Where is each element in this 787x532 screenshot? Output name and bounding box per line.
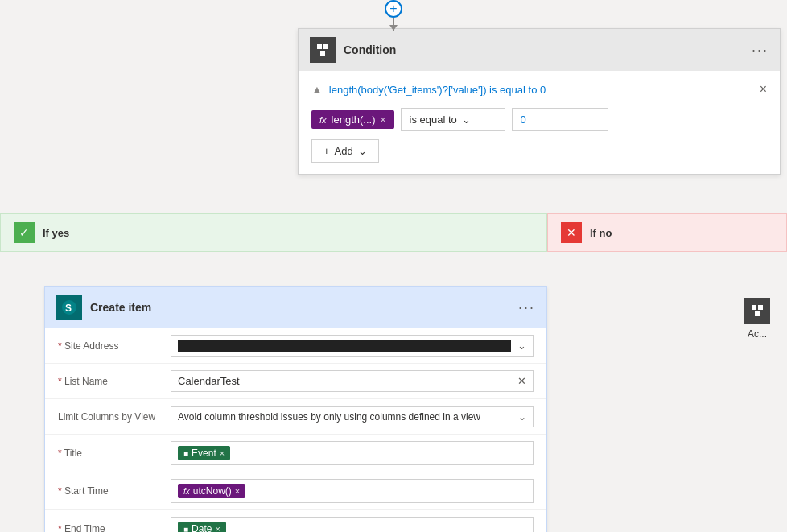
start-time-label: Start Time xyxy=(58,485,171,497)
svg-text:S: S xyxy=(65,303,72,314)
end-time-row: End Time ■ Date × xyxy=(45,510,546,532)
add-plus-icon: + xyxy=(323,145,330,157)
title-chip-label: Event xyxy=(192,447,216,459)
start-time-chip: fx utcNow() × xyxy=(178,484,245,498)
condition-more-options[interactable]: ··· xyxy=(752,42,768,59)
title-chip-remove[interactable]: × xyxy=(220,448,225,458)
fx-chip-label: length(...) xyxy=(332,113,376,126)
svg-rect-7 xyxy=(755,311,760,316)
right-action-icon xyxy=(744,298,770,324)
branch-yes: ✓ If yes xyxy=(0,213,547,252)
create-item-body: Site Address ⌄ List Name CalendarTest ✕ … xyxy=(45,328,546,532)
limit-columns-label: Limit Columns by View xyxy=(58,411,171,423)
branch-yes-label: If yes xyxy=(43,227,69,239)
site-address-label: Site Address xyxy=(58,340,171,352)
condition-header-left: Condition xyxy=(310,37,396,63)
svg-rect-2 xyxy=(320,51,325,56)
condition-expression-text: length(body('Get_items')?['value']) is e… xyxy=(329,84,753,96)
value-input[interactable] xyxy=(512,108,608,131)
add-step-button[interactable]: + xyxy=(385,0,402,18)
svg-rect-1 xyxy=(323,44,328,49)
operator-label: is equal to xyxy=(410,113,457,126)
no-x-icon: ✕ xyxy=(561,222,582,243)
operator-dropdown-arrow: ⌄ xyxy=(462,113,471,126)
yes-check-icon: ✓ xyxy=(14,222,35,243)
fx-chip[interactable]: fx length(...) × xyxy=(311,110,394,129)
title-chip: ■ Event × xyxy=(178,446,230,460)
condition-expression-row: ▲ length(body('Get_items')?['value']) is… xyxy=(311,82,767,97)
site-address-row: Site Address ⌄ xyxy=(45,328,546,364)
end-time-input[interactable]: ■ Date × xyxy=(171,517,534,532)
end-time-chip-remove[interactable]: × xyxy=(215,524,220,532)
start-time-row: Start Time fx utcNow() × xyxy=(45,472,546,510)
limit-columns-dropdown-arrow: ⌄ xyxy=(518,411,526,423)
create-item-more-options[interactable]: ··· xyxy=(518,299,535,316)
list-name-input[interactable]: CalendarTest ✕ xyxy=(171,370,534,392)
condition-body: ▲ length(body('Get_items')?['value']) is… xyxy=(299,71,780,174)
operator-dropdown[interactable]: is equal to ⌄ xyxy=(401,108,505,131)
end-time-chip-label: Date xyxy=(192,523,212,532)
start-time-input[interactable]: fx utcNow() × xyxy=(171,479,534,503)
create-item-card: S Create item ··· Site Address ⌄ List Na… xyxy=(44,286,547,532)
end-time-chip: ■ Date × xyxy=(178,522,226,532)
branch-no: ✕ If no xyxy=(547,213,787,252)
title-label: Title xyxy=(58,447,171,459)
start-time-chip-remove[interactable]: × xyxy=(235,486,240,496)
fx-icon-label: fx xyxy=(319,115,327,125)
condition-card: Condition ··· ▲ length(body('Get_items')… xyxy=(298,28,781,175)
svg-rect-0 xyxy=(317,44,322,49)
create-item-title: Create item xyxy=(90,301,151,314)
branches-container: ✓ If yes ✕ If no xyxy=(0,213,787,252)
expression-text-prefix: length(body('Get_items')?['value']) is e… xyxy=(329,84,540,96)
plus-icon: + xyxy=(389,2,397,16)
list-name-value: CalendarTest xyxy=(178,375,240,387)
branch-no-label: If no xyxy=(590,227,612,239)
add-label: Add xyxy=(335,145,353,157)
condition-icon xyxy=(310,37,336,63)
svg-rect-6 xyxy=(758,305,763,310)
expression-close-button[interactable]: × xyxy=(760,82,767,97)
fx-start-icon: fx xyxy=(183,487,190,496)
create-item-header-left: S Create item xyxy=(56,295,151,320)
condition-fields-row: fx length(...) × is equal to ⌄ xyxy=(311,108,767,131)
top-connector: + xyxy=(385,0,402,31)
sharepoint-icon: S xyxy=(56,295,82,320)
expression-value: 0 xyxy=(540,84,546,96)
list-name-clear[interactable]: ✕ xyxy=(517,375,526,387)
condition-header: Condition ··· xyxy=(299,29,780,71)
list-name-label: List Name xyxy=(58,376,171,387)
title-input[interactable]: ■ Event × xyxy=(171,441,534,465)
condition-title: Condition xyxy=(344,43,396,56)
list-name-row: List Name CalendarTest ✕ xyxy=(45,364,546,399)
connector-arrow xyxy=(393,18,394,31)
right-action-label: Ac... xyxy=(748,328,767,340)
site-address-masked xyxy=(178,340,511,352)
limit-columns-row: Limit Columns by View Avoid column thres… xyxy=(45,399,546,435)
start-time-chip-label: utcNow() xyxy=(193,485,232,497)
right-action: Ac... xyxy=(744,298,770,340)
end-time-label: End Time xyxy=(58,523,171,532)
fx-chip-remove[interactable]: × xyxy=(380,114,385,126)
excel-end-icon: ■ xyxy=(183,525,188,533)
limit-columns-value: Avoid column threshold issues by only us… xyxy=(178,411,480,423)
add-row: + Add ⌄ xyxy=(311,139,767,163)
expression-icon: ▲ xyxy=(311,83,323,96)
add-button[interactable]: + Add ⌄ xyxy=(311,139,379,163)
svg-rect-5 xyxy=(752,305,756,310)
excel-icon: ■ xyxy=(183,449,188,458)
create-item-header: S Create item ··· xyxy=(45,287,546,328)
limit-columns-input[interactable]: Avoid column threshold issues by only us… xyxy=(171,406,534,427)
title-row: Title ■ Event × xyxy=(45,435,546,472)
site-address-dropdown-arrow: ⌄ xyxy=(517,340,526,352)
site-address-input[interactable]: ⌄ xyxy=(171,335,534,357)
add-chevron: ⌄ xyxy=(358,145,367,157)
